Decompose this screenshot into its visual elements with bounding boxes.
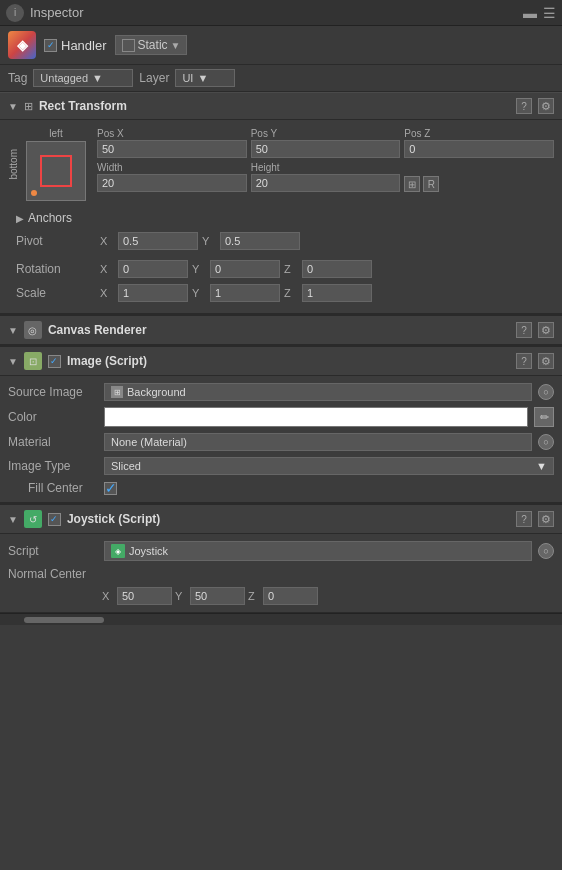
canvas-renderer-help[interactable]: ? xyxy=(516,322,532,338)
pencil-btn[interactable]: ✏ xyxy=(534,407,554,427)
nc-x-letter: X xyxy=(102,590,114,602)
source-image-label: Source Image xyxy=(8,385,98,399)
material-row: Material None (Material) ○ xyxy=(0,430,562,454)
script-label: Script xyxy=(8,544,98,558)
image-script-gear[interactable]: ⚙ xyxy=(538,353,554,369)
layer-arrow: ▼ xyxy=(197,72,208,84)
width-field: Width xyxy=(97,162,247,192)
image-script-expand[interactable]: ▼ xyxy=(8,356,18,367)
handler-row: ◈ ✓ Handler Static ▼ xyxy=(0,26,562,65)
anchors-row[interactable]: ▶ Anchors xyxy=(8,207,554,229)
normal-center-xyz-row: X Y Z xyxy=(0,584,562,608)
image-type-label: Image Type xyxy=(8,459,98,473)
nc-x-input[interactable] xyxy=(117,587,172,605)
handler-checkbox-label: ✓ Handler xyxy=(44,38,107,53)
script-circle-btn[interactable]: ○ xyxy=(538,543,554,559)
pos-z-label: Pos Z xyxy=(404,128,554,139)
canvas-renderer-header: ▼ ◎ Canvas Renderer ? ⚙ xyxy=(0,314,562,345)
rect-transform-header: ▼ ⊞ Rect Transform ? ⚙ xyxy=(0,92,562,120)
tag-dropdown[interactable]: Untagged ▼ xyxy=(33,69,133,87)
material-label: Material xyxy=(8,435,98,449)
pos-y-input[interactable] xyxy=(251,140,401,158)
joystick-script-expand[interactable]: ▼ xyxy=(8,514,18,525)
normal-center-xyz-group: X Y Z xyxy=(102,587,554,605)
pos-x-field: Pos X xyxy=(97,128,247,158)
pos-row: Pos X Pos Y Pos Z xyxy=(97,128,554,158)
fill-check-icon: ✓ xyxy=(105,480,117,496)
pos-x-input[interactable] xyxy=(97,140,247,158)
rect-transform-expand[interactable]: ▼ xyxy=(8,101,18,112)
color-row: Color ✏ xyxy=(0,404,562,430)
scale-z-input[interactable] xyxy=(302,284,372,302)
handler-checkbox[interactable]: ✓ xyxy=(44,39,57,52)
source-image-circle-btn[interactable]: ○ xyxy=(538,384,554,400)
joystick-checkbox[interactable]: ✓ xyxy=(48,513,61,526)
rot-z-letter: Z xyxy=(284,263,298,275)
rect-transform-help[interactable]: ? xyxy=(516,98,532,114)
static-dropdown-arrow[interactable]: ▼ xyxy=(171,40,181,51)
source-image-row: Source Image ⊞ Background ○ xyxy=(0,380,562,404)
blueprint-btn[interactable]: ⊞ xyxy=(404,176,420,192)
scale-x-input[interactable] xyxy=(118,284,188,302)
height-field: Height xyxy=(251,162,401,192)
pos-z-field: Pos Z xyxy=(404,128,554,158)
rot-y-input[interactable] xyxy=(210,260,280,278)
color-label: Color xyxy=(8,410,98,424)
inspector-title: Inspector xyxy=(30,5,523,20)
menu-icon[interactable]: ☰ xyxy=(543,5,556,21)
pivot-row: Pivot X Y xyxy=(8,229,554,253)
joystick-script-gear[interactable]: ⚙ xyxy=(538,511,554,527)
image-type-row: Image Type Sliced ▼ xyxy=(0,454,562,478)
script-icon: ◈ xyxy=(111,544,125,558)
width-input[interactable] xyxy=(97,174,247,192)
nc-z-input[interactable] xyxy=(263,587,318,605)
layer-dropdown[interactable]: UI ▼ xyxy=(175,69,235,87)
tag-arrow: ▼ xyxy=(92,72,103,84)
rect-transform-title: Rect Transform xyxy=(39,99,510,113)
rect-anchor-box[interactable] xyxy=(26,141,86,201)
image-script-help[interactable]: ? xyxy=(516,353,532,369)
canvas-renderer-gear[interactable]: ⚙ xyxy=(538,322,554,338)
rot-z-input[interactable] xyxy=(302,260,372,278)
bottom-label: bottom xyxy=(8,149,19,180)
anchor-widget-container: bottom left xyxy=(8,128,91,201)
scale-y-input[interactable] xyxy=(210,284,280,302)
joystick-script-content: Script ◈ Joystick ○ Normal Center X Y Z xyxy=(0,534,562,613)
material-value: None (Material) xyxy=(111,436,187,448)
script-value: Joystick xyxy=(129,545,168,557)
pos-z-input[interactable] xyxy=(404,140,554,158)
material-value-box: None (Material) xyxy=(104,433,532,451)
rot-x-input[interactable] xyxy=(118,260,188,278)
fill-center-label: Fill Center xyxy=(28,481,98,495)
anchors-title: Anchors xyxy=(28,211,72,225)
image-script-icon: ⊡ xyxy=(24,352,42,370)
canvas-renderer-expand[interactable]: ▼ xyxy=(8,325,18,336)
minimize-icon[interactable]: ▬ xyxy=(523,5,537,21)
rect-top-row: bottom left Pos X Pos Y xyxy=(8,128,554,201)
normal-center-label: Normal Center xyxy=(8,567,98,581)
pivot-x-input[interactable] xyxy=(118,232,198,250)
pos-x-label: Pos X xyxy=(97,128,247,139)
nc-y-input[interactable] xyxy=(190,587,245,605)
rot-y-letter: Y xyxy=(192,263,206,275)
scale-z-letter: Z xyxy=(284,287,298,299)
source-image-icon: ⊞ xyxy=(111,386,123,398)
rect-anchor-widget: left xyxy=(21,128,91,201)
scroll-thumb[interactable] xyxy=(24,617,104,623)
pivot-y-input[interactable] xyxy=(220,232,300,250)
rect-transform-gear[interactable]: ⚙ xyxy=(538,98,554,114)
material-circle-btn[interactable]: ○ xyxy=(538,434,554,450)
static-badge[interactable]: Static ▼ xyxy=(115,35,188,55)
image-type-dropdown[interactable]: Sliced ▼ xyxy=(104,457,554,475)
height-input[interactable] xyxy=(251,174,401,192)
image-checkbox[interactable]: ✓ xyxy=(48,355,61,368)
joystick-script-header: ▼ ↺ ✓ Joystick (Script) ? ⚙ xyxy=(0,503,562,534)
fill-center-checkbox[interactable]: ✓ xyxy=(104,482,117,495)
tag-label: Tag xyxy=(8,71,27,85)
static-checkbox[interactable] xyxy=(122,39,135,52)
image-type-value: Sliced xyxy=(111,460,141,472)
color-field[interactable] xyxy=(104,407,528,427)
joystick-script-help[interactable]: ? xyxy=(516,511,532,527)
image-checkbox-label: ✓ xyxy=(48,355,61,368)
r-btn[interactable]: R xyxy=(423,176,439,192)
